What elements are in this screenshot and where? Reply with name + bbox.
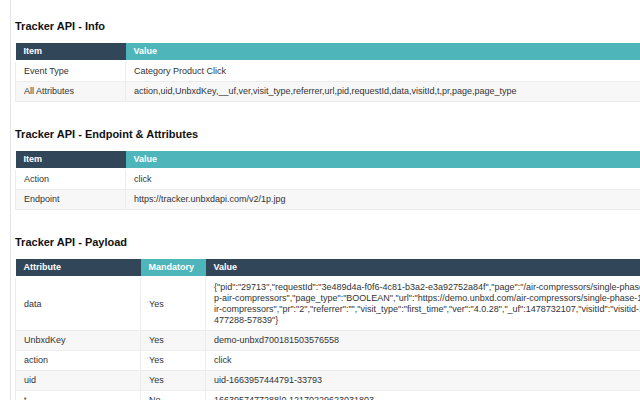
mandatory-cell: Yes [141,351,206,371]
table-row: Action click [16,169,640,190]
table-row: action Yes click [16,351,640,371]
item-label-cell: Action [16,169,126,190]
column-header-item: Item [16,151,126,169]
table-row: All Attributes action,uid,UnbxdKey,__uf,… [16,82,640,102]
header-row: Attribute Mandatory Value [16,259,640,277]
section-endpoint: Tracker API - Endpoint & Attributes Item… [15,128,640,210]
column-header-item: Item [16,43,126,61]
header-row: Item Value [16,43,640,61]
header-row: Item Value [16,151,640,169]
value-cell: click [206,351,640,371]
column-header-value: Value [206,259,640,277]
item-value-cell: Category Product Click [126,61,640,82]
table-row: UnbxdKey Yes demo-unbxd700181503576558 [16,331,640,351]
payload-json-cell: {"pid":"29713","requestId":"3e489d4a-f0f… [206,277,640,331]
table-row: uid Yes uid-1663957444791-33793 [16,371,640,391]
endpoint-url-cell: https://tracker.unbxdapi.com/v2/1p.jpg [126,190,640,210]
info-table: Item Value Event Type Category Product C… [15,43,640,102]
value-cell: uid-1663957444791-33793 [206,371,640,391]
value-cell: 1663957477288|0.12170229623031803 [206,391,640,400]
table-row: t No 1663957477288|0.12170229623031803 [16,391,640,400]
table-row: Endpoint https://tracker.unbxdapi.com/v2… [16,190,640,210]
item-value-cell: click [126,169,640,190]
section-payload: Tracker API - Payload Attribute Mandator… [15,236,640,400]
item-value-cell: action,uid,UnbxdKey,__uf,ver,visit_type,… [126,82,640,102]
item-label-cell: Event Type [16,61,126,82]
endpoint-table: Item Value Action click Endpoint https:/… [15,151,640,210]
item-label-cell: All Attributes [16,82,126,102]
mandatory-cell: No [141,391,206,400]
item-label-cell: Endpoint [16,190,126,210]
value-cell: demo-unbxd700181503576558 [206,331,640,351]
column-header-value: Value [126,43,640,61]
column-header-mandatory: Mandatory [141,259,206,277]
attribute-cell: action [16,351,141,371]
attribute-cell: uid [16,371,141,391]
attribute-cell: UnbxdKey [16,331,141,351]
mandatory-cell: Yes [141,371,206,391]
section-title-payload: Tracker API - Payload [15,236,640,249]
mandatory-cell: Yes [141,331,206,351]
section-title-info: Tracker API - Info [15,20,640,33]
column-header-value: Value [126,151,640,169]
section-title-endpoint: Tracker API - Endpoint & Attributes [15,128,640,141]
attribute-cell: t [16,391,141,400]
section-info: Tracker API - Info Item Value Event Type… [15,20,640,102]
attribute-cell: data [16,277,141,331]
table-row: Event Type Category Product Click [16,61,640,82]
payload-table: Attribute Mandatory Value data Yes {"pid… [15,259,640,400]
table-row: data Yes {"pid":"29713","requestId":"3e4… [16,277,640,331]
column-header-attribute: Attribute [16,259,141,277]
tracker-panel: Tracker API - Info Item Value Event Type… [10,0,640,400]
mandatory-cell: Yes [141,277,206,331]
